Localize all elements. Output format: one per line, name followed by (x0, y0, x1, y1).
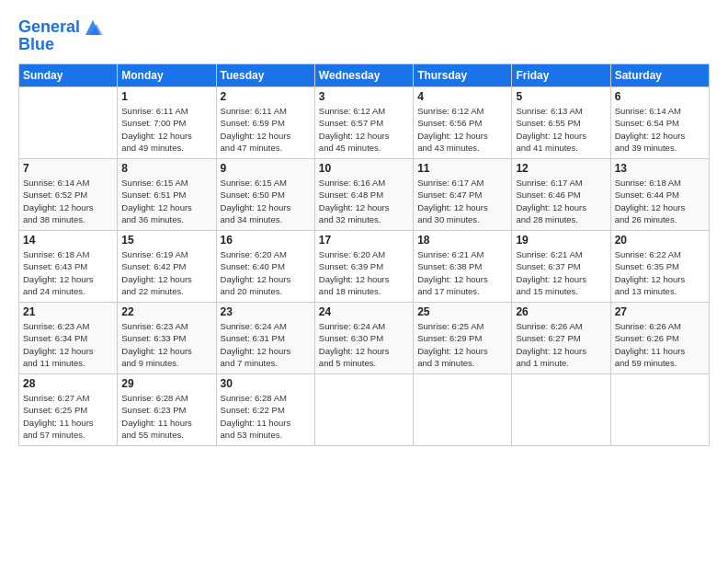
calendar-cell: 7Sunrise: 6:14 AM Sunset: 6:52 PM Daylig… (19, 159, 118, 231)
day-number: 29 (121, 377, 211, 390)
calendar-cell: 16Sunrise: 6:20 AM Sunset: 6:40 PM Dayli… (216, 231, 314, 303)
col-header-tuesday: Tuesday (216, 64, 314, 87)
day-number: 22 (121, 305, 211, 318)
day-info: Sunrise: 6:14 AM Sunset: 6:54 PM Dayligh… (615, 105, 705, 154)
day-number: 4 (417, 90, 507, 103)
calendar-cell: 5Sunrise: 6:13 AM Sunset: 6:55 PM Daylig… (512, 87, 610, 159)
calendar-cell: 25Sunrise: 6:25 AM Sunset: 6:29 PM Dayli… (414, 303, 512, 374)
day-number: 27 (615, 305, 705, 318)
calendar-cell: 24Sunrise: 6:24 AM Sunset: 6:30 PM Dayli… (314, 303, 413, 374)
day-number: 20 (615, 234, 705, 247)
calendar-cell: 27Sunrise: 6:26 AM Sunset: 6:26 PM Dayli… (610, 303, 709, 374)
calendar-cell: 22Sunrise: 6:23 AM Sunset: 6:33 PM Dayli… (118, 303, 216, 374)
calendar-cell: 14Sunrise: 6:18 AM Sunset: 6:43 PM Dayli… (19, 231, 118, 303)
day-info: Sunrise: 6:26 AM Sunset: 6:27 PM Dayligh… (516, 320, 606, 369)
day-number: 13 (615, 162, 705, 175)
day-info: Sunrise: 6:17 AM Sunset: 6:46 PM Dayligh… (516, 177, 606, 225)
calendar-cell: 8Sunrise: 6:15 AM Sunset: 6:51 PM Daylig… (118, 159, 216, 231)
day-number: 8 (121, 162, 211, 175)
day-number: 30 (221, 377, 311, 390)
day-info: Sunrise: 6:28 AM Sunset: 6:22 PM Dayligh… (221, 392, 311, 441)
day-number: 23 (221, 305, 311, 318)
col-header-sunday: Sunday (19, 64, 118, 87)
day-info: Sunrise: 6:13 AM Sunset: 6:55 PM Dayligh… (516, 105, 606, 154)
calendar-cell (512, 374, 610, 446)
calendar-cell: 4Sunrise: 6:12 AM Sunset: 6:56 PM Daylig… (414, 87, 512, 159)
col-header-monday: Monday (118, 64, 216, 87)
calendar-cell (19, 87, 118, 159)
day-info: Sunrise: 6:28 AM Sunset: 6:23 PM Dayligh… (121, 392, 211, 441)
day-info: Sunrise: 6:24 AM Sunset: 6:31 PM Dayligh… (221, 320, 311, 369)
day-number: 7 (23, 162, 113, 175)
calendar-cell: 17Sunrise: 6:20 AM Sunset: 6:39 PM Dayli… (314, 231, 413, 303)
day-info: Sunrise: 6:21 AM Sunset: 6:38 PM Dayligh… (417, 248, 507, 297)
day-info: Sunrise: 6:27 AM Sunset: 6:25 PM Dayligh… (23, 392, 113, 441)
day-info: Sunrise: 6:17 AM Sunset: 6:47 PM Dayligh… (417, 177, 507, 225)
day-number: 15 (121, 234, 211, 247)
calendar-cell: 30Sunrise: 6:28 AM Sunset: 6:22 PM Dayli… (216, 374, 314, 446)
calendar-cell: 2Sunrise: 6:11 AM Sunset: 6:59 PM Daylig… (216, 87, 314, 159)
calendar-cell: 3Sunrise: 6:12 AM Sunset: 6:57 PM Daylig… (314, 87, 413, 159)
calendar-cell: 11Sunrise: 6:17 AM Sunset: 6:47 PM Dayli… (414, 159, 512, 231)
calendar-cell: 23Sunrise: 6:24 AM Sunset: 6:31 PM Dayli… (216, 303, 314, 374)
day-info: Sunrise: 6:22 AM Sunset: 6:35 PM Dayligh… (615, 248, 705, 297)
col-header-friday: Friday (512, 64, 610, 87)
day-info: Sunrise: 6:25 AM Sunset: 6:29 PM Dayligh… (417, 320, 507, 369)
calendar-table: SundayMondayTuesdayWednesdayThursdayFrid… (18, 63, 710, 446)
day-number: 12 (516, 162, 606, 175)
logo-icon (82, 17, 104, 39)
calendar-cell: 26Sunrise: 6:26 AM Sunset: 6:27 PM Dayli… (512, 303, 610, 374)
logo: General Blue (18, 17, 104, 54)
day-info: Sunrise: 6:11 AM Sunset: 7:00 PM Dayligh… (121, 105, 211, 154)
day-number: 9 (221, 162, 311, 175)
day-info: Sunrise: 6:15 AM Sunset: 6:51 PM Dayligh… (121, 177, 211, 225)
calendar-cell: 9Sunrise: 6:15 AM Sunset: 6:50 PM Daylig… (216, 159, 314, 231)
calendar-cell: 21Sunrise: 6:23 AM Sunset: 6:34 PM Dayli… (19, 303, 118, 374)
calendar-cell: 19Sunrise: 6:21 AM Sunset: 6:37 PM Dayli… (512, 231, 610, 303)
day-number: 10 (319, 162, 409, 175)
calendar-cell: 18Sunrise: 6:21 AM Sunset: 6:38 PM Dayli… (414, 231, 512, 303)
day-info: Sunrise: 6:12 AM Sunset: 6:57 PM Dayligh… (319, 105, 409, 154)
day-number: 11 (417, 162, 507, 175)
day-number: 25 (417, 305, 507, 318)
day-info: Sunrise: 6:24 AM Sunset: 6:30 PM Dayligh… (319, 320, 409, 369)
day-info: Sunrise: 6:23 AM Sunset: 6:34 PM Dayligh… (23, 320, 113, 369)
calendar-cell (314, 374, 413, 446)
col-header-wednesday: Wednesday (314, 64, 413, 87)
day-number: 26 (516, 305, 606, 318)
calendar-cell (414, 374, 512, 446)
day-info: Sunrise: 6:20 AM Sunset: 6:39 PM Dayligh… (319, 248, 409, 297)
calendar-cell: 28Sunrise: 6:27 AM Sunset: 6:25 PM Dayli… (19, 374, 118, 446)
day-number: 18 (417, 234, 507, 247)
col-header-thursday: Thursday (414, 64, 512, 87)
day-number: 21 (23, 305, 113, 318)
calendar-cell: 6Sunrise: 6:14 AM Sunset: 6:54 PM Daylig… (610, 87, 709, 159)
day-number: 16 (221, 234, 311, 247)
day-number: 5 (516, 90, 606, 103)
day-number: 17 (319, 234, 409, 247)
day-number: 28 (23, 377, 113, 390)
day-info: Sunrise: 6:20 AM Sunset: 6:40 PM Dayligh… (221, 248, 311, 297)
day-number: 3 (319, 90, 409, 103)
logo-text: General (18, 18, 80, 37)
day-info: Sunrise: 6:11 AM Sunset: 6:59 PM Dayligh… (221, 105, 311, 154)
day-number: 19 (516, 234, 606, 247)
day-info: Sunrise: 6:21 AM Sunset: 6:37 PM Dayligh… (516, 248, 606, 297)
day-info: Sunrise: 6:18 AM Sunset: 6:43 PM Dayligh… (23, 248, 113, 297)
day-info: Sunrise: 6:23 AM Sunset: 6:33 PM Dayligh… (121, 320, 211, 369)
day-info: Sunrise: 6:14 AM Sunset: 6:52 PM Dayligh… (23, 177, 113, 225)
calendar-cell: 15Sunrise: 6:19 AM Sunset: 6:42 PM Dayli… (118, 231, 216, 303)
day-number: 24 (319, 305, 409, 318)
day-number: 1 (121, 90, 211, 103)
day-number: 6 (615, 90, 705, 103)
day-number: 14 (23, 234, 113, 247)
calendar-cell: 10Sunrise: 6:16 AM Sunset: 6:48 PM Dayli… (314, 159, 413, 231)
day-info: Sunrise: 6:18 AM Sunset: 6:44 PM Dayligh… (615, 177, 705, 225)
calendar-cell: 12Sunrise: 6:17 AM Sunset: 6:46 PM Dayli… (512, 159, 610, 231)
day-info: Sunrise: 6:15 AM Sunset: 6:50 PM Dayligh… (221, 177, 311, 225)
day-info: Sunrise: 6:19 AM Sunset: 6:42 PM Dayligh… (121, 248, 211, 297)
calendar-cell (610, 374, 709, 446)
day-info: Sunrise: 6:16 AM Sunset: 6:48 PM Dayligh… (319, 177, 409, 225)
calendar-cell: 1Sunrise: 6:11 AM Sunset: 7:00 PM Daylig… (118, 87, 216, 159)
day-info: Sunrise: 6:26 AM Sunset: 6:26 PM Dayligh… (615, 320, 705, 369)
